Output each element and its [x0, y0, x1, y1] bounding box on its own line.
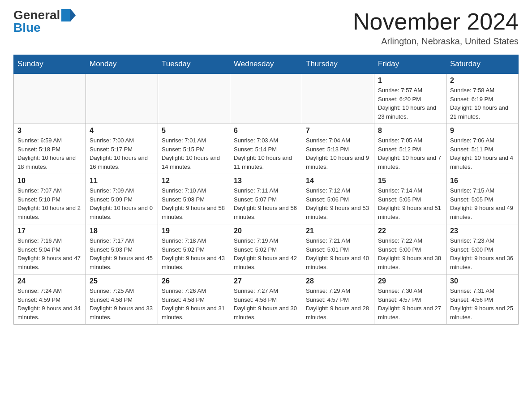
header: General Blue November 2024 Arlington, Ne… — [13, 9, 519, 47]
calendar-cell: 2Sunrise: 7:58 AMSunset: 6:19 PMDaylight… — [446, 73, 519, 124]
calendar-title: November 2024 — [353, 9, 519, 34]
day-info: Sunrise: 7:04 AMSunset: 5:13 PMDaylight:… — [306, 136, 370, 171]
day-number: 4 — [90, 127, 154, 135]
day-info: Sunrise: 7:14 AMSunset: 5:05 PMDaylight:… — [378, 186, 442, 221]
day-number: 26 — [162, 277, 226, 285]
calendar-cell: 19Sunrise: 7:18 AMSunset: 5:02 PMDayligh… — [158, 224, 230, 274]
day-number: 29 — [378, 277, 442, 285]
weekday-header-friday: Friday — [374, 55, 446, 74]
day-info: Sunrise: 7:24 AMSunset: 4:59 PMDaylight:… — [17, 287, 82, 321]
day-info: Sunrise: 7:26 AMSunset: 4:58 PMDaylight:… — [162, 287, 226, 321]
day-number: 23 — [450, 227, 515, 235]
day-info: Sunrise: 7:29 AMSunset: 4:57 PMDaylight:… — [306, 287, 370, 321]
weekday-header-thursday: Thursday — [302, 55, 374, 74]
calendar-cell: 26Sunrise: 7:26 AMSunset: 4:58 PMDayligh… — [158, 274, 230, 325]
day-info: Sunrise: 7:05 AMSunset: 5:12 PMDaylight:… — [378, 136, 442, 171]
calendar-cell — [86, 73, 158, 124]
calendar-cell: 24Sunrise: 7:24 AMSunset: 4:59 PMDayligh… — [14, 274, 86, 325]
calendar-cell — [14, 73, 86, 124]
week-row-2: 3Sunrise: 6:59 AMSunset: 5:18 PMDaylight… — [14, 124, 519, 174]
day-number: 13 — [234, 177, 298, 185]
day-number: 9 — [450, 127, 515, 135]
day-info: Sunrise: 7:16 AMSunset: 5:04 PMDaylight:… — [17, 236, 82, 271]
day-info: Sunrise: 7:23 AMSunset: 5:00 PMDaylight:… — [450, 236, 515, 271]
day-info: Sunrise: 7:57 AMSunset: 6:20 PMDaylight:… — [378, 86, 442, 121]
weekday-header-monday: Monday — [86, 55, 158, 74]
calendar-cell: 4Sunrise: 7:00 AMSunset: 5:17 PMDaylight… — [86, 124, 158, 174]
week-row-1: 1Sunrise: 7:57 AMSunset: 6:20 PMDaylight… — [14, 73, 519, 124]
day-number: 1 — [378, 77, 442, 85]
day-number: 21 — [306, 227, 370, 235]
day-info: Sunrise: 6:59 AMSunset: 5:18 PMDaylight:… — [17, 136, 82, 171]
title-area: November 2024 Arlington, Nebraska, Unite… — [353, 9, 519, 47]
calendar-cell: 28Sunrise: 7:29 AMSunset: 4:57 PMDayligh… — [302, 274, 374, 325]
day-info: Sunrise: 7:07 AMSunset: 5:10 PMDaylight:… — [17, 186, 82, 221]
calendar-cell: 27Sunrise: 7:27 AMSunset: 4:58 PMDayligh… — [230, 274, 302, 325]
day-number: 11 — [90, 177, 154, 185]
calendar-cell: 10Sunrise: 7:07 AMSunset: 5:10 PMDayligh… — [14, 174, 86, 224]
calendar-cell — [158, 73, 230, 124]
calendar-cell: 30Sunrise: 7:31 AMSunset: 4:56 PMDayligh… — [446, 274, 519, 325]
calendar-cell: 29Sunrise: 7:30 AMSunset: 4:57 PMDayligh… — [374, 274, 446, 325]
week-row-4: 17Sunrise: 7:16 AMSunset: 5:04 PMDayligh… — [14, 224, 519, 274]
day-number: 8 — [378, 127, 442, 135]
calendar-cell: 3Sunrise: 6:59 AMSunset: 5:18 PMDaylight… — [14, 124, 86, 174]
calendar-cell: 17Sunrise: 7:16 AMSunset: 5:04 PMDayligh… — [14, 224, 86, 274]
day-info: Sunrise: 7:01 AMSunset: 5:15 PMDaylight:… — [162, 136, 226, 171]
calendar-cell: 5Sunrise: 7:01 AMSunset: 5:15 PMDaylight… — [158, 124, 230, 174]
calendar-cell: 15Sunrise: 7:14 AMSunset: 5:05 PMDayligh… — [374, 174, 446, 224]
day-info: Sunrise: 7:21 AMSunset: 5:01 PMDaylight:… — [306, 236, 370, 271]
logo: General Blue — [13, 9, 76, 34]
calendar-cell: 21Sunrise: 7:21 AMSunset: 5:01 PMDayligh… — [302, 224, 374, 274]
day-number: 10 — [17, 177, 82, 185]
day-info: Sunrise: 7:10 AMSunset: 5:08 PMDaylight:… — [162, 186, 226, 221]
calendar-cell: 22Sunrise: 7:22 AMSunset: 5:00 PMDayligh… — [374, 224, 446, 274]
calendar-table: SundayMondayTuesdayWednesdayThursdayFrid… — [13, 55, 519, 325]
day-number: 24 — [17, 277, 82, 285]
day-info: Sunrise: 7:11 AMSunset: 5:07 PMDaylight:… — [234, 186, 298, 221]
logo-flag-icon — [61, 9, 76, 21]
day-number: 3 — [17, 127, 82, 135]
calendar-cell: 6Sunrise: 7:03 AMSunset: 5:14 PMDaylight… — [230, 124, 302, 174]
day-number: 18 — [90, 227, 154, 235]
calendar-cell: 13Sunrise: 7:11 AMSunset: 5:07 PMDayligh… — [230, 174, 302, 224]
calendar-cell: 25Sunrise: 7:25 AMSunset: 4:58 PMDayligh… — [86, 274, 158, 325]
week-row-5: 24Sunrise: 7:24 AMSunset: 4:59 PMDayligh… — [14, 274, 519, 325]
day-number: 20 — [234, 227, 298, 235]
day-info: Sunrise: 7:31 AMSunset: 4:56 PMDaylight:… — [450, 287, 515, 321]
day-info: Sunrise: 7:22 AMSunset: 5:00 PMDaylight:… — [378, 236, 442, 271]
day-info: Sunrise: 7:17 AMSunset: 5:03 PMDaylight:… — [90, 236, 154, 271]
day-info: Sunrise: 7:15 AMSunset: 5:05 PMDaylight:… — [450, 186, 515, 221]
day-number: 25 — [90, 277, 154, 285]
calendar-cell: 16Sunrise: 7:15 AMSunset: 5:05 PMDayligh… — [446, 174, 519, 224]
day-number: 5 — [162, 127, 226, 135]
logo-general-text: General — [13, 9, 60, 21]
day-info: Sunrise: 7:00 AMSunset: 5:17 PMDaylight:… — [90, 136, 154, 171]
day-number: 22 — [378, 227, 442, 235]
calendar-cell: 23Sunrise: 7:23 AMSunset: 5:00 PMDayligh… — [446, 224, 519, 274]
calendar-cell: 7Sunrise: 7:04 AMSunset: 5:13 PMDaylight… — [302, 124, 374, 174]
svg-marker-1 — [70, 9, 76, 21]
day-number: 19 — [162, 227, 226, 235]
calendar-header: SundayMondayTuesdayWednesdayThursdayFrid… — [14, 55, 519, 74]
calendar-cell: 18Sunrise: 7:17 AMSunset: 5:03 PMDayligh… — [86, 224, 158, 274]
day-info: Sunrise: 7:09 AMSunset: 5:09 PMDaylight:… — [90, 186, 154, 221]
calendar-cell: 9Sunrise: 7:06 AMSunset: 5:11 PMDaylight… — [446, 124, 519, 174]
day-info: Sunrise: 7:19 AMSunset: 5:02 PMDaylight:… — [234, 236, 298, 271]
calendar-cell: 8Sunrise: 7:05 AMSunset: 5:12 PMDaylight… — [374, 124, 446, 174]
day-number: 12 — [162, 177, 226, 185]
weekday-header-wednesday: Wednesday — [230, 55, 302, 74]
day-number: 27 — [234, 277, 298, 285]
day-info: Sunrise: 7:30 AMSunset: 4:57 PMDaylight:… — [378, 287, 442, 321]
calendar-cell — [302, 73, 374, 124]
logo-blue-text: Blue — [13, 21, 41, 34]
week-row-3: 10Sunrise: 7:07 AMSunset: 5:10 PMDayligh… — [14, 174, 519, 224]
day-number: 28 — [306, 277, 370, 285]
calendar-cell: 12Sunrise: 7:10 AMSunset: 5:08 PMDayligh… — [158, 174, 230, 224]
calendar-cell: 11Sunrise: 7:09 AMSunset: 5:09 PMDayligh… — [86, 174, 158, 224]
day-info: Sunrise: 7:18 AMSunset: 5:02 PMDaylight:… — [162, 236, 226, 271]
day-info: Sunrise: 7:12 AMSunset: 5:06 PMDaylight:… — [306, 186, 370, 221]
day-info: Sunrise: 7:27 AMSunset: 4:58 PMDaylight:… — [234, 287, 298, 321]
day-number: 16 — [450, 177, 515, 185]
weekday-header-sunday: Sunday — [14, 55, 86, 74]
